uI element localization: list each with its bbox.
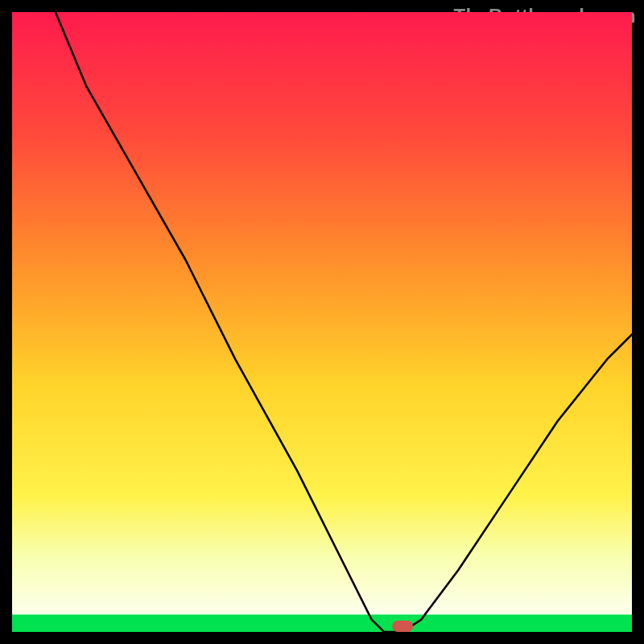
heat-gradient — [12, 12, 632, 632]
plot-svg — [12, 12, 632, 632]
chart-root: TheBottleneck.com — [0, 0, 644, 644]
optimal-band — [12, 614, 632, 632]
plot-area — [12, 12, 632, 632]
optimum-marker — [392, 621, 413, 632]
